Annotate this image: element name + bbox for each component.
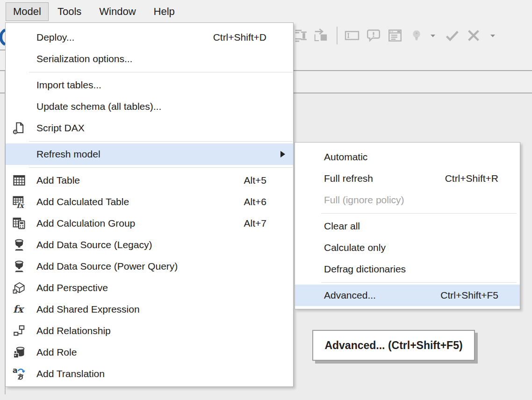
menu-item-import-tables[interactable]: Import tables... [6, 74, 293, 96]
menu-item-add-relationship[interactable]: Add Relationship [6, 320, 293, 342]
left-toolbar-divider [0, 50, 5, 50]
data-source-icon [11, 234, 28, 256]
properties-form-icon[interactable] [387, 27, 403, 44]
advanced-refresh-tooltip: Advanced... (Ctrl+Shift+F5) [312, 330, 475, 361]
menu-item-label: Script DAX [36, 122, 85, 134]
menu-item-update-schema-all-tables[interactable]: Update schema (all tables)... [6, 96, 293, 117]
tooltip-text: Advanced... (Ctrl+Shift+F5) [324, 339, 462, 352]
submenu-item-full-refresh[interactable]: Full refreshCtrl+Shift+R [295, 168, 520, 189]
menu-item-script-dax[interactable]: Script DAX [6, 117, 293, 139]
shared-expression-icon: fx [11, 299, 28, 320]
lightbulb-icon[interactable] [410, 27, 424, 44]
menu-item-label: Calculate only [324, 242, 386, 253]
menu-item-shortcut: Ctrl+Shift+F5 [440, 290, 498, 301]
submenu-item-full-ignore-policy[interactable]: Full (ignore policy) [295, 189, 520, 211]
menu-item-label: Add Relationship [36, 325, 111, 336]
menu-item-add-translation[interactable]: aAdd Translation [6, 363, 293, 385]
menu-item-label: Clear all [324, 221, 360, 232]
menu-item-shortcut: Alt+7 [244, 218, 266, 229]
menubar: Model Tools Window Help [0, 0, 532, 23]
menu-item-label: Add Table [36, 175, 80, 186]
menu-item-label: Refresh model [36, 149, 101, 160]
menu-item-add-role[interactable]: Add Role [6, 342, 293, 363]
comment-alert-icon[interactable] [366, 27, 381, 44]
menu-item-label: Full refresh [324, 173, 373, 184]
submenu-item-automatic[interactable]: Automatic [295, 146, 520, 168]
menu-item-label: Automatic [324, 151, 367, 163]
calculated-table-icon: fxfx [11, 191, 28, 213]
menubar-item-tools[interactable]: Tools [49, 3, 90, 21]
menu-separator [321, 282, 517, 283]
menubar-item-model[interactable]: Model [6, 2, 49, 21]
menu-item-add-shared-expression[interactable]: fxAdd Shared Expression [6, 299, 293, 320]
calculation-group-icon [11, 213, 28, 234]
menu-item-label: Advanced... [324, 290, 376, 301]
menu-item-add-table[interactable]: Add TableAlt+5 [6, 170, 293, 191]
menu-item-add-calculated-table[interactable]: fxfxAdd Calculated TableAlt+6 [6, 191, 293, 213]
menu-item-label: Full (ignore policy) [324, 194, 404, 206]
relationship-icon [11, 320, 28, 342]
data-source-icon [11, 256, 28, 277]
menu-item-label: Import tables... [36, 79, 101, 91]
role-icon [11, 342, 28, 363]
translation-icon: a [11, 363, 28, 385]
menu-item-label: Add Shared Expression [36, 304, 140, 315]
submenu-item-advanced[interactable]: Advanced...Ctrl+Shift+F5 [295, 285, 520, 306]
model-menu: Deploy...Ctrl+Shift+DSerialization optio… [5, 22, 294, 387]
menu-item-shortcut: Alt+5 [244, 175, 266, 186]
table-icon [11, 170, 28, 191]
menu-item-label: Defrag dictionaries [324, 264, 406, 275]
menu-item-label: Add Data Source (Power Query) [36, 261, 178, 272]
menu-item-shortcut: Ctrl+Shift+D [213, 32, 266, 43]
menu-separator [29, 141, 293, 142]
menu-item-label: Add Calculated Table [36, 196, 129, 207]
menu-separator [321, 213, 517, 214]
menubar-item-window[interactable]: Window [90, 3, 144, 21]
refresh-model-submenu: AutomaticFull refreshCtrl+Shift+RFull (i… [295, 142, 520, 309]
menu-item-label: Serialization options... [36, 53, 132, 64]
menu-item-deploy[interactable]: Deploy...Ctrl+Shift+D [6, 27, 293, 48]
menu-separator [29, 72, 293, 72]
menu-item-label: Update schema (all tables)... [36, 101, 161, 112]
clipped-refresh-icon [0, 27, 5, 48]
submenu-arrow-icon [280, 151, 285, 157]
menu-item-label: Add Translation [36, 368, 105, 379]
menu-item-serialization-options[interactable]: Serialization options... [6, 48, 293, 70]
svg-text:fx: fx [13, 303, 25, 315]
menu-item-label: Add Role [36, 347, 77, 358]
perspective-icon [11, 277, 28, 299]
menubar-item-help[interactable]: Help [145, 3, 184, 21]
dropdown-caret-icon[interactable] [489, 27, 496, 44]
menu-item-add-calculation-group[interactable]: Add Calculation GroupAlt+7 [6, 213, 293, 234]
menu-item-refresh-model[interactable]: Refresh model [6, 143, 293, 165]
menu-item-add-data-source-power-query[interactable]: Add Data Source (Power Query) [6, 256, 293, 277]
svg-text:fx: fx [16, 201, 24, 209]
menu-item-add-perspective[interactable]: Add Perspective [6, 277, 293, 299]
svg-text:a: a [13, 367, 18, 375]
menu-item-label: Deploy... [36, 32, 74, 43]
script-dax-icon [11, 117, 28, 139]
import-into-icon[interactable] [313, 27, 329, 44]
dropdown-caret-icon[interactable] [429, 27, 437, 44]
menu-item-label: Add Perspective [36, 282, 108, 293]
toolbar [294, 24, 504, 47]
menu-separator [29, 167, 293, 168]
toolbar-separator [337, 27, 338, 44]
checkmark-icon[interactable] [444, 27, 460, 44]
collapse-columns-icon[interactable] [294, 27, 309, 44]
submenu-item-clear-all[interactable]: Clear all [295, 215, 520, 237]
textbox-icon[interactable] [344, 27, 360, 44]
menu-item-shortcut: Ctrl+Shift+R [445, 173, 498, 184]
close-x-icon[interactable] [466, 27, 482, 44]
menu-item-add-data-source-legacy[interactable]: Add Data Source (Legacy) [6, 234, 293, 256]
submenu-item-defrag-dictionaries[interactable]: Defrag dictionaries [295, 258, 520, 280]
menu-item-label: Add Data Source (Legacy) [36, 239, 152, 250]
submenu-item-calculate-only[interactable]: Calculate only [295, 237, 520, 258]
menu-item-label: Add Calculation Group [36, 218, 135, 229]
menu-item-shortcut: Alt+6 [244, 196, 266, 207]
